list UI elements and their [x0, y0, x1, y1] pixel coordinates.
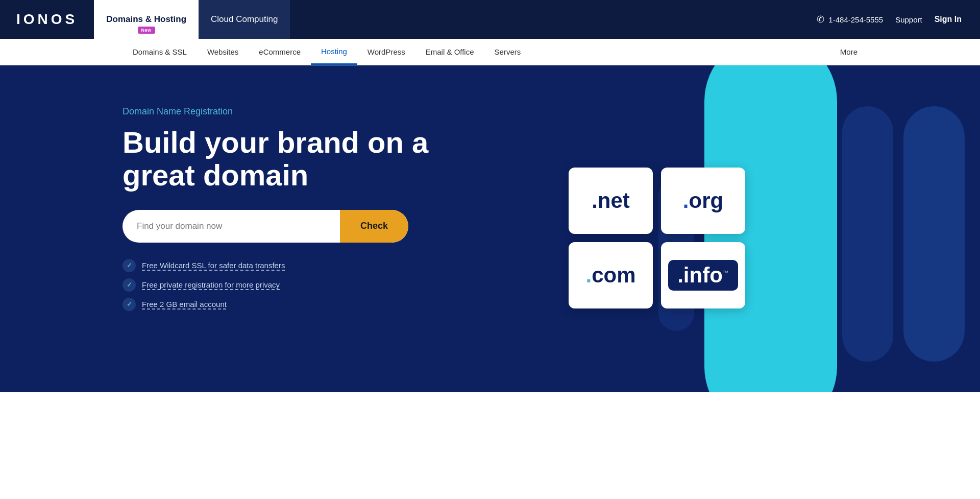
domain-org-label: .org — [683, 188, 723, 213]
subnav-hosting[interactable]: Hosting — [311, 39, 357, 65]
subnav-servers[interactable]: Servers — [484, 39, 531, 65]
domain-tile-com: .com — [569, 242, 653, 308]
phone-area[interactable]: ✆ 1-484-254-5555 — [817, 14, 883, 25]
phone-number: 1-484-254-5555 — [828, 15, 883, 24]
top-navigation: IONOS Domains & Hosting New Cloud Comput… — [0, 0, 980, 39]
hero-subtitle: Domain Name Registration — [122, 106, 454, 117]
logo-area: IONOS — [0, 0, 94, 39]
search-button[interactable]: Check — [340, 210, 408, 243]
domain-com-label: .com — [585, 263, 635, 288]
tab-cloud-computing[interactable]: Cloud Computing — [199, 0, 290, 39]
check-icon-privacy — [122, 278, 136, 292]
feature-privacy: Free private registration for more priva… — [122, 278, 454, 292]
domain-info-box: .info™ — [668, 260, 738, 291]
subnav-email-office[interactable]: Email & Office — [415, 39, 484, 65]
sub-navigation: Domains & SSL Websites eCommerce Hosting… — [0, 39, 980, 65]
feature-ssl-text: Free Wildcard SSL for safer data transfe… — [142, 261, 285, 270]
subnav-domains-ssl[interactable]: Domains & SSL — [122, 39, 197, 65]
hero-section: .net .org .com .info™ Domain Name Regist… — [0, 65, 980, 392]
tab-domains-hosting[interactable]: Domains & Hosting New — [94, 0, 199, 39]
phone-icon: ✆ — [817, 14, 824, 25]
hero-content: Domain Name Registration Build your bran… — [122, 106, 454, 311]
logo: IONOS — [16, 11, 78, 28]
domain-tile-info: .info™ — [661, 242, 745, 308]
feature-privacy-text: Free private registration for more priva… — [142, 280, 280, 289]
domain-tile-org: .org — [661, 168, 745, 234]
new-badge: New — [138, 27, 155, 34]
hero-title: Build your brand on a great domain — [122, 126, 454, 192]
shape-right-pill-2 — [842, 106, 893, 362]
check-icon-email — [122, 298, 136, 311]
subnav-ecommerce[interactable]: eCommerce — [249, 39, 311, 65]
domain-tiles-grid: .net .org .com .info™ — [569, 168, 745, 308]
subnav-websites[interactable]: Websites — [197, 39, 249, 65]
top-nav-right: ✆ 1-484-254-5555 Support Sign In — [817, 0, 980, 39]
sign-in-button[interactable]: Sign In — [935, 15, 962, 24]
domain-net-label: .net — [592, 188, 630, 213]
feature-email-text: Free 2 GB email account — [142, 300, 227, 308]
subnav-more[interactable]: More — [840, 47, 857, 56]
shape-right-pill-1 — [903, 106, 965, 362]
feature-ssl: Free Wildcard SSL for safer data transfe… — [122, 259, 454, 272]
domain-tile-net: .net — [569, 168, 653, 234]
feature-list: Free Wildcard SSL for safer data transfe… — [122, 259, 454, 311]
nav-tabs: Domains & Hosting New Cloud Computing — [94, 0, 290, 39]
domain-search-bar: Check — [122, 210, 408, 243]
feature-email: Free 2 GB email account — [122, 298, 454, 311]
subnav-wordpress[interactable]: WordPress — [357, 39, 415, 65]
search-input[interactable] — [122, 221, 340, 231]
check-icon-ssl — [122, 259, 136, 272]
domain-info-label: .info™ — [677, 263, 729, 287]
support-link[interactable]: Support — [895, 15, 922, 24]
